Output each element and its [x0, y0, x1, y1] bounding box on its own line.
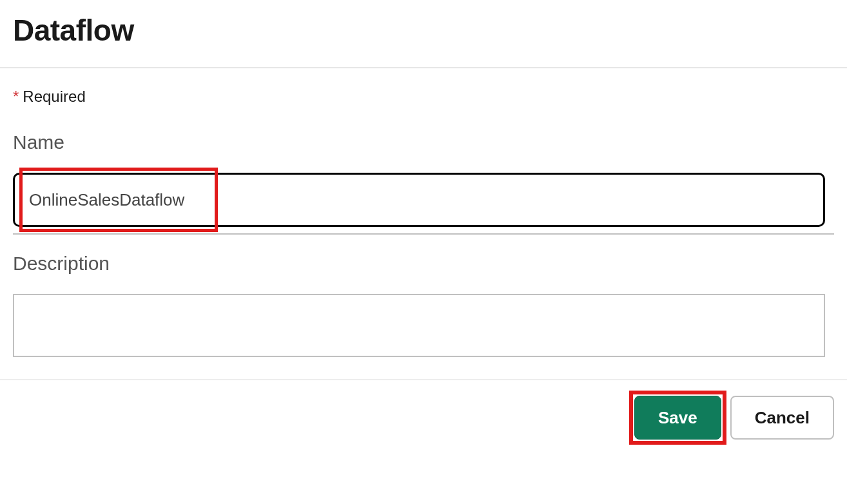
save-button[interactable]: Save: [634, 396, 721, 440]
name-label: Name: [13, 131, 834, 153]
name-underline: [13, 233, 834, 235]
dialog-footer: Save Cancel: [0, 379, 847, 452]
description-label: Description: [13, 253, 834, 275]
name-input[interactable]: [13, 173, 825, 227]
cancel-button[interactable]: Cancel: [730, 396, 834, 440]
name-field-wrap: [13, 173, 834, 227]
save-button-wrap: Save: [634, 396, 721, 440]
description-input[interactable]: [13, 294, 825, 357]
required-indicator: *Required: [13, 88, 834, 106]
dialog-header: Dataflow: [0, 0, 847, 67]
dialog-body: *Required Name Description: [0, 67, 847, 379]
required-label: Required: [23, 88, 85, 105]
asterisk-icon: *: [13, 88, 19, 105]
page-title: Dataflow: [13, 13, 834, 48]
